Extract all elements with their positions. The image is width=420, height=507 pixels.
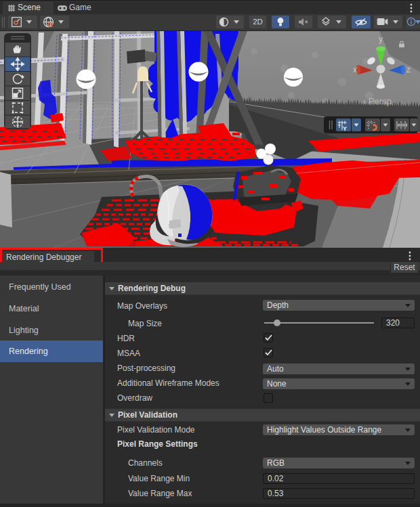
svg-text:z: z	[406, 65, 411, 74]
svg-text:‹ Persp: ‹ Persp	[363, 96, 392, 106]
svg-text:Y: Y	[343, 125, 347, 132]
svg-text:x: x	[353, 65, 357, 74]
svg-text:y: y	[379, 35, 383, 44]
